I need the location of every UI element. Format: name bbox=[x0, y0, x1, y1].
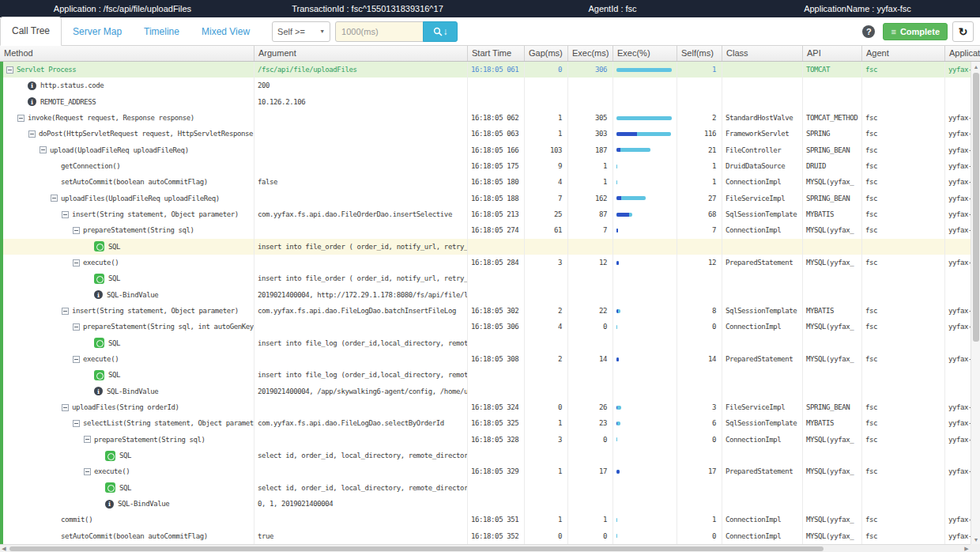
scroll-right-arrow-icon[interactable]: ▶ bbox=[963, 545, 971, 552]
collapse-expander-icon[interactable] bbox=[62, 308, 69, 315]
horizontal-scrollbar[interactable]: ◀ ▶ bbox=[0, 544, 980, 552]
complete-button[interactable]: ≡ Complete bbox=[883, 23, 948, 40]
cell-api-value: MYBATIS bbox=[806, 419, 834, 427]
cell-gap: 0 bbox=[525, 528, 568, 544]
cell-exec-value: 17 bbox=[599, 467, 607, 475]
table-row[interactable]: execute()16:18:05 30821414PreparedStatem… bbox=[0, 351, 980, 367]
cell-class: StandardHostValve bbox=[722, 110, 803, 126]
table-row[interactable]: invoke(Request request, Response respons… bbox=[0, 110, 980, 126]
table-row[interactable]: prepareStatement(String sql, int autoGen… bbox=[0, 319, 980, 335]
filter-threshold-input[interactable] bbox=[335, 21, 424, 42]
scroll-up-arrow-icon[interactable]: ▲ bbox=[971, 62, 980, 71]
table-row[interactable]: insert(String statement, Object paramete… bbox=[0, 303, 980, 319]
cell-exec: 187 bbox=[568, 142, 613, 158]
table-row[interactable]: SQLselect id, order_id, local_directory,… bbox=[0, 448, 980, 463]
table-row[interactable]: uploadFiles(UploadFileReq uploadFileReq)… bbox=[0, 191, 980, 206]
cell-class: ConnectionImpl bbox=[722, 432, 803, 448]
cell-agent: fsc bbox=[862, 319, 945, 335]
filter-type-value: Self >= bbox=[277, 27, 305, 36]
table-row[interactable]: ihttp.status.code200 bbox=[0, 78, 980, 93]
cell-class-value: ConnectionImpl bbox=[726, 516, 781, 524]
argument-value: /fsc/api/file/uploadFiles bbox=[258, 66, 356, 74]
indent-spacer bbox=[84, 375, 94, 376]
scroll-down-arrow-icon[interactable]: ▼ bbox=[971, 535, 980, 544]
self-value: 8 bbox=[712, 307, 716, 315]
help-icon[interactable]: ? bbox=[862, 25, 875, 38]
cell-start-time bbox=[468, 480, 525, 496]
table-row[interactable]: prepareStatement(String sql)16:18:05 328… bbox=[0, 432, 980, 448]
cell-self: 68 bbox=[677, 206, 722, 222]
collapse-expander-icon[interactable] bbox=[73, 259, 80, 267]
table-row[interactable]: iSQL-BindValue0, 1, 2019021400004 bbox=[0, 496, 980, 512]
table-row[interactable]: setAutoCommit(boolean autoCommitFlag)fal… bbox=[0, 174, 980, 190]
collapse-expander-icon[interactable] bbox=[73, 323, 80, 331]
cell-start-time bbox=[468, 94, 525, 110]
table-row[interactable]: upload(UploadFileReq uploadFileReq)16:18… bbox=[0, 142, 980, 158]
tab-call-tree[interactable]: Call Tree bbox=[0, 17, 62, 46]
scroll-left-arrow-icon[interactable]: ◀ bbox=[0, 545, 8, 552]
collapse-expander-icon[interactable] bbox=[73, 420, 80, 427]
collapse-expander-icon[interactable] bbox=[62, 211, 69, 218]
cell-exec-percent bbox=[613, 463, 677, 479]
table-row[interactable]: SQLinsert into file_order ( order_id, no… bbox=[0, 239, 980, 255]
tab-timeline[interactable]: Timeline bbox=[133, 18, 190, 45]
table-row[interactable]: iSQL-BindValue2019021400004, http://172.… bbox=[0, 287, 980, 303]
cell-gap: 1 bbox=[525, 126, 568, 142]
table-row[interactable]: execute()16:18:05 32911717PreparedStatem… bbox=[0, 463, 980, 479]
table-row[interactable]: Servlet Process/fsc/api/file/uploadFiles… bbox=[0, 62, 980, 78]
table-row[interactable]: SQLselect id, order_id, local_directory,… bbox=[0, 480, 980, 496]
refresh-button[interactable]: ↻ bbox=[952, 21, 974, 42]
table-row[interactable]: prepareStatement(String sql)16:18:05 274… bbox=[0, 222, 980, 238]
collapse-expander-icon[interactable] bbox=[84, 436, 91, 443]
method-label: uploadFiles(String orderId) bbox=[72, 403, 179, 411]
collapse-expander-icon[interactable] bbox=[73, 356, 80, 363]
cell-start-time: 16:18:05 351 bbox=[468, 512, 525, 527]
table-row[interactable]: iSQL-BindValue2019021400004, /app/skywal… bbox=[0, 384, 980, 399]
cell-method: prepareStatement(String sql, int autoGen… bbox=[0, 319, 254, 335]
table-row[interactable]: selectList(String statement, Object para… bbox=[0, 415, 980, 431]
tab-server-map[interactable]: Server Map bbox=[62, 18, 133, 45]
cell-api bbox=[803, 94, 862, 110]
table-row[interactable]: SQLinsert into file_log (order_id,local_… bbox=[0, 335, 980, 351]
cell-exec: 26 bbox=[568, 399, 613, 415]
exec-percent-bar bbox=[616, 422, 620, 425]
collapse-expander-icon[interactable] bbox=[84, 468, 91, 475]
cell-self: 8 bbox=[677, 303, 722, 319]
collapse-expander-icon[interactable] bbox=[17, 115, 24, 122]
table-row[interactable]: setAutoCommit(boolean autoCommitFlag)tru… bbox=[0, 528, 980, 544]
table-row[interactable]: SQLinsert into file_order ( order_id, no… bbox=[0, 270, 980, 286]
search-button[interactable]: ↓ bbox=[423, 21, 458, 42]
cell-agent-value: fsc bbox=[865, 259, 877, 267]
cell-exec: 7 bbox=[568, 222, 613, 238]
table-row[interactable]: insert(String statement, Object paramete… bbox=[0, 206, 980, 222]
collapse-expander-icon[interactable] bbox=[6, 66, 13, 74]
table-row[interactable]: SQLinsert into file_log (order_id,local_… bbox=[0, 367, 980, 383]
cell-class-value: ConnectionImpl bbox=[726, 178, 781, 186]
table-row[interactable]: execute()16:18:05 28431212PreparedStatem… bbox=[0, 255, 980, 270]
collapse-expander-icon[interactable] bbox=[62, 404, 69, 411]
cell-method: SQL bbox=[0, 335, 254, 351]
cell-gap-value: 1 bbox=[558, 467, 562, 475]
vertical-scrollbar[interactable]: ▲ ▼ bbox=[971, 62, 980, 544]
cell-self bbox=[677, 496, 722, 512]
cell-gap-value: 3 bbox=[558, 436, 562, 444]
vertical-scroll-thumb[interactable] bbox=[973, 73, 979, 342]
tab-mixed-view[interactable]: Mixed View bbox=[190, 18, 261, 45]
collapse-expander-icon[interactable] bbox=[28, 130, 36, 138]
table-row[interactable]: uploadFiles(String orderId)16:18:05 3240… bbox=[0, 399, 980, 415]
horizontal-scroll-thumb[interactable] bbox=[9, 546, 824, 551]
cell-exec-percent bbox=[613, 303, 677, 319]
cell-api bbox=[803, 78, 862, 93]
cell-gap: 1 bbox=[525, 415, 568, 431]
cell-exec-percent bbox=[613, 384, 677, 399]
indent-spacer bbox=[0, 471, 84, 472]
table-row[interactable]: commit()16:18:05 351111ConnectionImplMYS… bbox=[0, 512, 980, 527]
collapse-expander-icon[interactable] bbox=[51, 195, 58, 202]
table-row[interactable]: doPost(HttpServletRequest request, HttpS… bbox=[0, 126, 980, 142]
collapse-expander-icon[interactable] bbox=[73, 227, 80, 234]
table-row[interactable]: getConnection()16:18:05 175911DruidDataS… bbox=[0, 158, 980, 174]
table-row[interactable]: iREMOTE_ADDRESS10.126.2.106 bbox=[0, 94, 980, 110]
collapse-expander-icon[interactable] bbox=[40, 146, 47, 153]
cell-class bbox=[722, 335, 803, 351]
filter-type-select[interactable]: Self >= ▼ bbox=[272, 21, 330, 42]
